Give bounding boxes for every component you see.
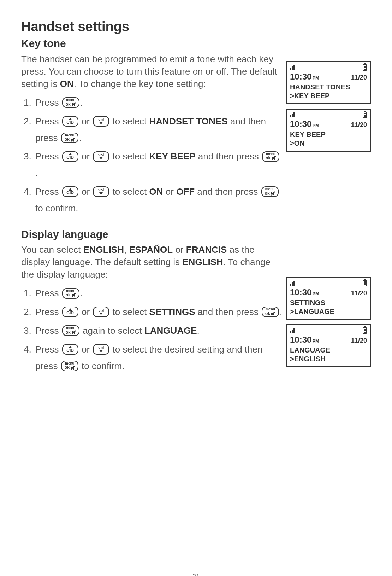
lang-step-3: Press menu ok again to select LANGUAGE. — [34, 322, 283, 339]
section-heading-language: Display language — [21, 227, 283, 242]
screen-ampm: PM — [312, 75, 319, 81]
vol-down-key-icon: vol — [93, 344, 109, 355]
steps-keytone: Press menu ok . Press CID or vol to sele… — [21, 94, 283, 217]
mute-icon — [71, 366, 75, 370]
screen-line1: HANDSET TONES — [290, 83, 367, 92]
vol-down-key-icon: vol — [93, 151, 109, 162]
mute-icon — [71, 138, 75, 142]
step-2: Press CID or vol to select HANDSET TONES… — [34, 113, 283, 146]
battery-icon — [363, 112, 367, 118]
lang-step-4: Press CID or vol to select the desired s… — [34, 341, 283, 374]
handset-screen-settings: 10:30 PM 11/20 SETTINGS >LANGUAGE — [286, 277, 371, 320]
cid-up-key-icon: CID — [62, 151, 78, 162]
step-3: Press CID or vol to select KEY BEEP and … — [34, 148, 283, 181]
down-arrow-icon — [99, 192, 103, 195]
cid-up-key-icon: CID — [62, 116, 78, 127]
down-arrow-icon — [99, 313, 103, 315]
mute-icon — [271, 191, 275, 196]
signal-icon — [290, 65, 295, 70]
signal-icon — [290, 281, 295, 286]
page-number: 21 — [21, 572, 371, 576]
menu-ok-key-icon: menu ok — [61, 133, 78, 143]
menu-ok-key-icon: menu ok — [62, 288, 79, 299]
down-arrow-icon — [99, 122, 103, 124]
lang-step-2: Press CID or vol to select SETTINGS and … — [34, 304, 283, 320]
intro-keytone: The handset can be programmed to emit a … — [21, 53, 283, 90]
screen-date: 11/20 — [351, 74, 367, 82]
mute-icon — [72, 293, 76, 297]
vol-down-key-icon: vol — [93, 186, 109, 197]
mute-icon — [72, 102, 76, 106]
vol-down-key-icon: vol — [93, 307, 109, 317]
menu-ok-key-icon: menu ok — [262, 151, 279, 162]
step-4: Press CID or vol to select ON or OFF and… — [34, 184, 283, 217]
down-arrow-icon — [99, 157, 103, 159]
handset-screen-keybeep: 10:30 PM 11/20 KEY BEEP >ON — [286, 109, 371, 152]
screen-time: 10:30 — [290, 71, 311, 82]
menu-ok-key-icon: menu ok — [61, 361, 78, 371]
menu-ok-key-icon: menu ok — [62, 97, 79, 108]
intro-language: You can select ENGLISH, ESPAÑOL or FRANC… — [21, 244, 283, 281]
steps-language: Press menu ok . Press CID or vol to sele… — [21, 285, 283, 374]
lang-step-1: Press menu ok . — [34, 285, 283, 302]
cid-up-key-icon: CID — [62, 307, 78, 317]
signal-icon — [290, 112, 295, 117]
page-title: Handset settings — [21, 18, 371, 36]
handset-screen-language: 10:30 PM 11/20 LANGUAGE >ENGLISH — [286, 324, 371, 367]
down-arrow-icon — [99, 350, 103, 353]
section-heading-keytone: Key tone — [21, 36, 283, 51]
signal-icon — [290, 328, 295, 333]
cid-up-key-icon: CID — [62, 344, 78, 355]
menu-ok-key-icon: menu ok — [262, 307, 279, 317]
menu-ok-key-icon: menu ok — [261, 186, 279, 197]
cid-up-key-icon: CID — [62, 186, 78, 197]
menu-ok-key-icon: menu ok — [62, 325, 79, 336]
step-1: Press menu ok . — [34, 94, 283, 111]
screen-line2: >KEY BEEP — [290, 92, 367, 100]
handset-screen-tones: 10:30 PM 11/20 HANDSET TONES >KEY BEEP — [286, 61, 371, 104]
battery-icon — [363, 280, 367, 286]
mute-icon — [271, 312, 275, 316]
mute-icon — [272, 156, 276, 160]
battery-icon — [363, 327, 367, 334]
vol-down-key-icon: vol — [93, 116, 109, 127]
battery-icon — [363, 64, 367, 71]
mute-icon — [72, 330, 76, 334]
